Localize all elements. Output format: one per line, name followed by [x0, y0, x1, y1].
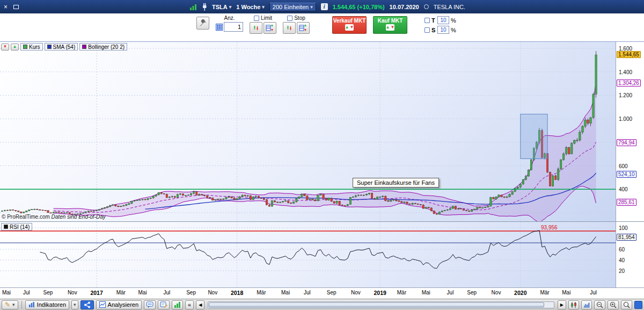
price-tick: 1.000: [619, 116, 632, 122]
quantity-input[interactable]: [224, 22, 243, 32]
notes-button[interactable]: [158, 300, 170, 309]
wrench-icon: [199, 19, 207, 27]
fullscreen-button[interactable]: [634, 301, 642, 309]
performance-button[interactable]: [172, 300, 183, 309]
order-settings-button[interactable]: [196, 17, 209, 30]
limit-buy-order-button[interactable]: [250, 22, 262, 34]
time-label: Jul: [163, 290, 170, 295]
time-label: Mai: [281, 290, 290, 295]
note-edit-icon: [160, 301, 167, 308]
stop-checkbox[interactable]: [287, 16, 292, 21]
price-tick: 1.400: [619, 69, 632, 75]
rsi-tick: 60: [619, 247, 625, 253]
buy-arrow-icon: ▲▼: [386, 24, 394, 31]
chevron-down-icon: ▾: [12, 302, 15, 307]
symbol-dropdown[interactable]: TSLA ▾: [212, 4, 231, 10]
close-icon[interactable]: ×: [4, 4, 8, 10]
collapse-panel-button[interactable]: ▼: [1, 44, 9, 51]
time-label: Nov: [492, 290, 501, 295]
price-badge: 524,10: [617, 171, 636, 178]
chart-scrollbar[interactable]: [208, 301, 554, 308]
arrow-up-icon: ▲: [13, 45, 17, 49]
limit-sell-order-button[interactable]: [264, 22, 276, 34]
time-label: Mär: [540, 290, 549, 295]
mountain-style-button[interactable]: [581, 300, 592, 309]
time-label: 2019: [374, 290, 386, 296]
target-percent-input[interactable]: [437, 16, 449, 24]
indikatoren-button[interactable]: Indikatoren: [25, 300, 69, 309]
units-dropdown[interactable]: 200 Einheiten ▾: [269, 3, 316, 11]
analysieren-button[interactable]: Analysieren: [96, 300, 142, 309]
candle-style-button[interactable]: [568, 300, 579, 309]
expand-panel-button[interactable]: ▲: [11, 44, 19, 51]
share-button[interactable]: [80, 300, 94, 309]
prorealtime-window: { "titlebar": { "symbol": "TSLA", "timef…: [0, 0, 644, 310]
limit-checkbox[interactable]: [254, 16, 259, 21]
chevron-down-icon: ▾: [310, 4, 313, 10]
indikatoren-dropdown-button[interactable]: ▾: [71, 300, 78, 309]
price-badge: 285,61: [617, 199, 636, 206]
stop-sell-order-button[interactable]: [297, 22, 310, 34]
time-label: Sep: [43, 290, 53, 295]
zoom-out-icon: [596, 301, 603, 308]
quantity-group: Anz.: [216, 15, 243, 32]
timeframe-dropdown[interactable]: 1 Woche ▾: [236, 4, 265, 10]
time-label: Sep: [327, 290, 336, 295]
scroll-left-button[interactable]: ◀: [196, 300, 204, 309]
target-stop-group: T % S %: [425, 16, 456, 34]
time-label: Nov: [351, 290, 361, 295]
legend-kurs[interactable]: Kurs: [20, 43, 43, 51]
price-tick: 600: [619, 163, 628, 169]
analysieren-label: Analysieren: [108, 301, 138, 308]
target-checkbox[interactable]: [425, 18, 430, 23]
legend-bollinger[interactable]: Bollinger (20 2): [79, 43, 127, 51]
scroll-fast-left-button[interactable]: «: [185, 300, 194, 309]
time-axis: MaiJulSepNov2017MärMaiJulSepNov2018MärMa…: [0, 287, 644, 299]
stop-group: Stop: [283, 15, 310, 34]
legend-rsi[interactable]: RSI (14): [1, 223, 32, 230]
scrollbar-thumb[interactable]: [209, 302, 544, 307]
stoploss-percent-input[interactable]: [437, 26, 449, 34]
time-label: Nov: [208, 290, 217, 295]
price-badge: 1.304,26: [617, 80, 641, 86]
restore-icon[interactable]: [13, 5, 19, 9]
svg-text:93,956: 93,956: [541, 225, 558, 230]
time-label: Nov: [68, 290, 77, 295]
title-bar: × TSLA ▾ 1 Woche ▾ 200 Einheiten ▾ i 1.5…: [0, 0, 644, 13]
scroll-right-button[interactable]: ▶: [558, 300, 566, 309]
area-chart-icon: [583, 301, 590, 308]
time-label: 2018: [231, 290, 243, 296]
drawing-tools-button[interactable]: ✎ ▾: [2, 300, 18, 309]
target-percent-sign: %: [451, 17, 456, 24]
company-name: TESLA INC.: [434, 4, 465, 10]
rsi-tick: 100: [619, 225, 628, 231]
zoom-in-icon: [610, 301, 617, 308]
legend-sma[interactable]: SMA (54): [45, 43, 78, 51]
legend-kurs-label: Kurs: [29, 44, 40, 50]
link-plug-icon: [202, 3, 207, 11]
stoploss-checkbox[interactable]: [425, 27, 430, 33]
status-circle-icon: [424, 4, 429, 9]
sma-swatch-icon: [47, 45, 52, 49]
zoom-in-button[interactable]: [608, 300, 619, 309]
quantity-label: Anz.: [224, 15, 235, 21]
target-label: T: [431, 17, 436, 24]
green-chart-icon: [174, 301, 181, 308]
zoom-select-button[interactable]: [621, 300, 632, 309]
quote-date: 10.07.2020: [390, 4, 419, 10]
info-icon[interactable]: i: [321, 3, 328, 10]
chat-button[interactable]: [144, 300, 156, 309]
buy-market-button[interactable]: Kauf MKT ▲▼: [373, 16, 407, 34]
zoom-out-button[interactable]: [594, 300, 605, 309]
bollinger-swatch-icon: [82, 45, 86, 49]
time-label: Sep: [186, 290, 196, 295]
rsi-chart-canvas[interactable]: 93,956: [0, 222, 616, 287]
sell-market-label: Verkauf MKT: [333, 18, 366, 24]
arrow-down-icon: ▼: [3, 45, 8, 49]
legend-rsi-label: RSI (14): [10, 224, 30, 230]
stop-buy-order-button[interactable]: [283, 22, 296, 34]
sell-market-button[interactable]: Verkauf MKT ▲▼: [332, 16, 367, 34]
price-tick: 400: [619, 186, 628, 192]
price-chart-canvas[interactable]: [0, 42, 616, 221]
keypad-icon[interactable]: [216, 24, 223, 31]
